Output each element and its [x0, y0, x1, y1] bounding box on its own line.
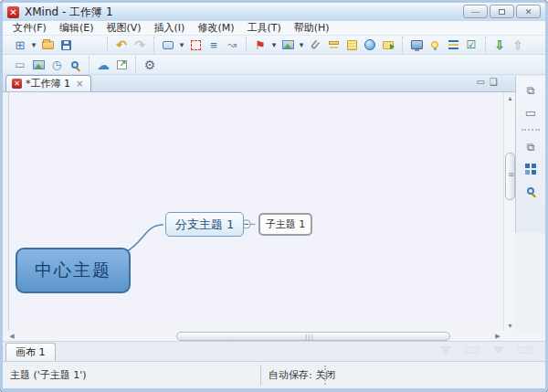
style-button[interactable] [29, 57, 47, 73]
tab-workbook-1[interactable]: ✕ *工作簿 1 × [5, 75, 91, 91]
menu-item-1[interactable]: 编辑(E) [53, 21, 100, 35]
open-folder-icon [42, 41, 54, 49]
status-bar: 主题 ('子主题 1') 自动保存: 关闭 [3, 362, 545, 388]
zoom-page-button[interactable] [66, 57, 84, 73]
xmind-window: ✕ XMind - 工作簿 1 — ✕ 文件(F)编辑(E)视图(V)插入(I)… [0, 0, 548, 392]
minimize-pane-button[interactable]: ▭ [477, 78, 485, 87]
maximize-button[interactable] [490, 5, 514, 18]
task-button[interactable]: ☑ [462, 37, 480, 53]
vertical-scroll-thumb[interactable] [505, 153, 515, 200]
sheet-bar: 画布 1 [3, 342, 545, 362]
task-icon: ☑ [467, 39, 477, 50]
drill-down-button[interactable] [444, 37, 462, 53]
title-bar[interactable]: ✕ XMind - 工作簿 1 — ✕ [3, 3, 545, 21]
dropdown-button[interactable]: ▾ [177, 37, 186, 53]
dropdown-icon: ▾ [32, 41, 37, 49]
properties-panel-button[interactable]: ▭ [520, 103, 542, 122]
restore-pane-button[interactable]: ❑ [490, 78, 498, 87]
outline-view-button[interactable] [520, 160, 542, 178]
timer-button[interactable]: ◷ [47, 57, 66, 73]
tab-close-icon[interactable]: × [74, 78, 85, 90]
insert-topic-icon [163, 41, 174, 49]
right-panel-strip: ⧉▭⧉ [515, 76, 545, 233]
insert-image-icon [282, 40, 294, 49]
new-document-icon: ⊞ [16, 39, 26, 51]
menu-item-2[interactable]: 视图(V) [100, 21, 147, 35]
cloud-upload-button[interactable]: ☁ [94, 57, 112, 73]
vertical-scrollbar[interactable]: ▲ ▼ [503, 92, 515, 331]
sheet-tab-canvas-1[interactable]: 画布 1 [5, 343, 56, 361]
share-download-icon: ⇩ [495, 39, 505, 51]
menu-bar: 文件(F)编辑(E)视图(V)插入(I)修改(M)工具(T)帮助(H) [3, 21, 545, 36]
insert-topic-button[interactable] [159, 37, 177, 53]
restore-panes-button[interactable]: ⧉ [520, 81, 542, 100]
export-button[interactable] [112, 57, 131, 73]
mindmap-canvas[interactable]: 中心主题 分支主题 1 子主题 1 [8, 92, 503, 331]
menu-item-0[interactable]: 文件(F) [6, 21, 53, 35]
connector-lines [9, 92, 503, 331]
central-topic[interactable]: 中心主题 [16, 248, 131, 293]
brainstorming-button[interactable] [426, 37, 444, 53]
open-folder-button[interactable] [38, 37, 57, 53]
timer-icon: ◷ [52, 59, 61, 70]
dropdown-button[interactable]: ▾ [297, 37, 306, 53]
notes-button[interactable] [342, 37, 361, 53]
horizontal-scrollbar[interactable]: ◀ ▶ [3, 331, 545, 342]
horizontal-scroll-thumb[interactable] [176, 332, 450, 341]
zoom-panel-button[interactable] [520, 182, 542, 200]
share-download-button[interactable]: ⇩ [490, 37, 509, 53]
scroll-right-icon[interactable]: ▶ [492, 331, 503, 341]
branch-topic-1[interactable]: 分支主题 1 [165, 212, 244, 237]
insert-image-button[interactable] [279, 37, 297, 53]
toolbar-main: ⊞▾↶↷▾≡↝⚑▾▾☑⇩⇧ [3, 36, 545, 55]
menu-item-6[interactable]: 帮助(H) [288, 21, 336, 35]
scroll-left-icon[interactable]: ◀ [6, 331, 17, 341]
editor-tab-bar: ✕ *工作簿 1 × ▭ ❑ [3, 75, 545, 92]
toolbar-group: ⊞▾ [6, 37, 79, 53]
zoom-page-icon [71, 61, 79, 69]
frame-button[interactable]: ▭ [11, 57, 29, 73]
close-button[interactable]: ✕ [516, 5, 541, 18]
restore-panes-2-button[interactable]: ⧉ [520, 138, 542, 156]
summary-button[interactable]: ≡ [205, 37, 223, 53]
audio-notes-button[interactable] [379, 37, 397, 53]
sub-topic-1-selected[interactable]: 子主题 1 [258, 213, 312, 236]
boundary-button[interactable] [186, 37, 205, 53]
undo-icon: ↶ [116, 38, 127, 51]
share-upload-icon: ⇧ [513, 39, 523, 51]
xmind-logo-icon: ✕ [7, 6, 19, 18]
redo-button[interactable]: ↷ [131, 37, 149, 53]
save-button[interactable] [57, 37, 75, 53]
label-icon [329, 41, 339, 45]
audio-notes-icon [383, 41, 394, 49]
settings-gear-button[interactable]: ⚙ [141, 57, 159, 73]
dropdown-button[interactable]: ▾ [269, 37, 279, 53]
menu-item-4[interactable]: 修改(M) [191, 21, 240, 35]
share-upload-button[interactable]: ⇧ [509, 37, 527, 53]
scroll-down-icon[interactable]: ▼ [504, 320, 516, 331]
menu-item-3[interactable]: 插入(I) [148, 21, 192, 35]
cloud-upload-icon: ☁ [97, 58, 110, 71]
attachment-icon [310, 39, 320, 50]
toolbar-group: ☑ [402, 37, 485, 53]
attachment-button[interactable] [306, 37, 324, 53]
ghost-shape [465, 346, 480, 354]
presentation-button[interactable] [407, 37, 426, 53]
brainstorming-icon [431, 41, 438, 48]
dropdown-button[interactable]: ▾ [29, 37, 38, 53]
restore-icon [499, 9, 505, 15]
new-document-button[interactable]: ⊞ [11, 37, 29, 53]
marker-flag-button[interactable]: ⚑ [251, 37, 269, 53]
undo-button[interactable]: ↶ [112, 37, 131, 53]
relationship-button[interactable]: ↝ [223, 37, 241, 53]
ghost-shape [518, 346, 532, 354]
label-button[interactable] [324, 37, 342, 53]
menu-item-5[interactable]: 工具(T) [240, 21, 287, 35]
marker-flag-icon: ⚑ [255, 39, 266, 51]
window-controls: — ✕ [463, 5, 541, 18]
hyperlink-button[interactable] [361, 37, 379, 53]
minimize-button[interactable]: — [463, 5, 488, 18]
status-divider [260, 365, 261, 386]
ghost-shape [439, 346, 452, 354]
panel-strip-divider [522, 129, 540, 131]
